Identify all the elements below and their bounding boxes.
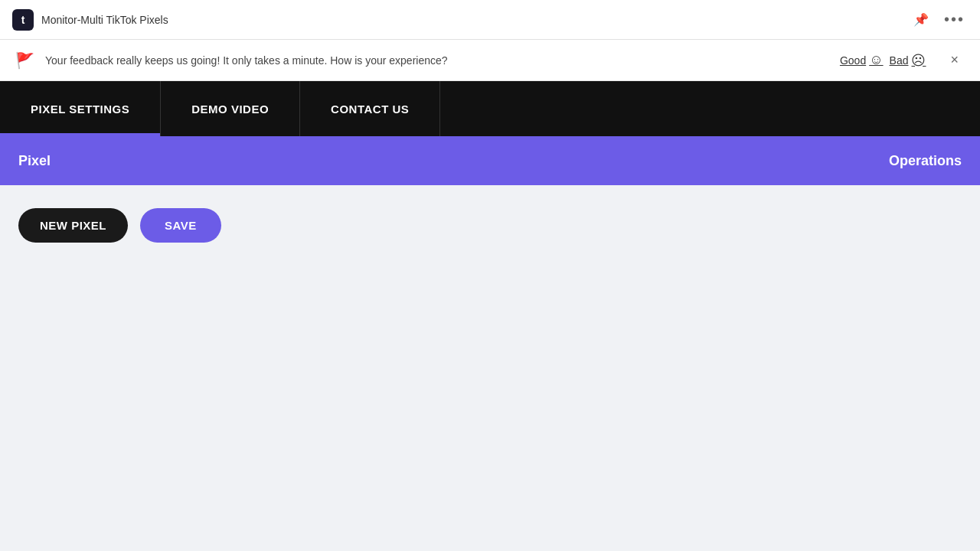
more-button[interactable]: ••• <box>941 8 968 31</box>
tab-contact-us-label: CONTACT US <box>331 103 409 116</box>
good-label: Good <box>840 54 866 67</box>
main-content: NEW PIXEL SAVE <box>0 185 980 453</box>
tab-demo-video-label: DEMO VIDEO <box>191 103 269 116</box>
bad-emoji-icon: ☹ <box>911 52 926 69</box>
feedback-icon: 🚩 <box>15 51 34 70</box>
feedback-bad-button[interactable]: Bad ☹ <box>890 52 926 69</box>
feedback-banner: 🚩 Your feedback really keeps us going! I… <box>0 40 980 81</box>
tab-pixel-settings-label: PIXEL SETTINGS <box>31 103 129 116</box>
save-label: SAVE <box>165 219 197 232</box>
title-bar-actions: 📌 ••• <box>910 8 968 31</box>
title-bar: t Monitor-Multi TikTok Pixels 📌 ••• <box>0 0 980 40</box>
table-header-pixel: Pixel <box>18 153 51 169</box>
feedback-close-button[interactable]: × <box>944 49 965 71</box>
feedback-good-button[interactable]: Good ☺ <box>840 52 884 68</box>
app-title: Monitor-Multi TikTok Pixels <box>41 14 168 26</box>
tab-pixel-settings[interactable]: PIXEL SETTINGS <box>0 81 161 136</box>
table-header-operations: Operations <box>889 153 962 169</box>
tab-contact-us[interactable]: CONTACT US <box>300 81 440 136</box>
new-pixel-label: NEW PIXEL <box>40 219 106 232</box>
title-bar-left: t Monitor-Multi TikTok Pixels <box>12 9 168 31</box>
table-header: Pixel Operations <box>0 136 980 185</box>
close-icon: × <box>950 52 959 67</box>
pin-button[interactable]: 📌 <box>910 9 932 30</box>
save-button[interactable]: SAVE <box>140 208 221 243</box>
pin-icon: 📌 <box>913 12 929 27</box>
nav-tabs: PIXEL SETTINGS DEMO VIDEO CONTACT US <box>0 81 980 136</box>
bad-label: Bad <box>890 54 909 67</box>
feedback-actions: Good ☺ Bad ☹ <box>840 52 926 69</box>
more-icon: ••• <box>944 11 965 28</box>
good-emoji-icon: ☺ <box>869 52 883 68</box>
tab-demo-video[interactable]: DEMO VIDEO <box>161 81 300 136</box>
button-row: NEW PIXEL SAVE <box>18 208 962 243</box>
app-icon: t <box>12 9 34 31</box>
feedback-text: Your feedback really keeps us going! It … <box>45 54 829 67</box>
new-pixel-button[interactable]: NEW PIXEL <box>18 208 128 243</box>
